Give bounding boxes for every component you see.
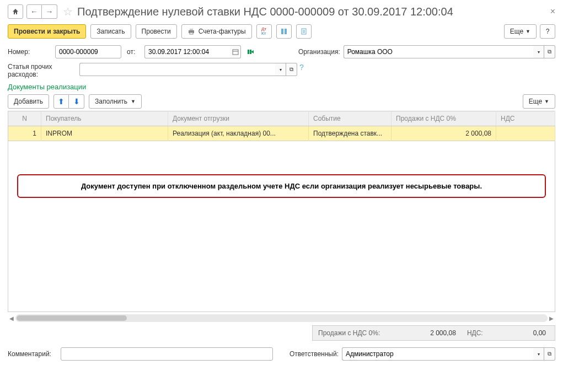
home-icon — [12, 8, 19, 15]
svg-rect-1 — [190, 29, 193, 30]
add-button[interactable]: Добавить — [8, 94, 49, 109]
printer-icon — [187, 28, 195, 35]
svg-rect-3 — [281, 29, 283, 34]
section-title: Документы реализации — [8, 83, 555, 91]
back-button[interactable]: ← — [26, 4, 42, 19]
expense-open-button[interactable]: ⧉ — [286, 63, 297, 76]
posted-icon — [246, 48, 254, 56]
invoice-button[interactable]: Счета-фактуры — [181, 24, 252, 39]
comment-label: Комментарий: — [8, 350, 57, 358]
svg-rect-9 — [233, 50, 238, 55]
cell-buyer: INPROM — [41, 126, 168, 141]
number-label: Номер: — [8, 48, 52, 56]
dtkt-button[interactable]: ДтКт — [256, 24, 272, 39]
open-icon: ⧉ — [548, 351, 551, 357]
close-icon[interactable]: × — [550, 7, 555, 17]
chevron-down-icon: ▾ — [538, 352, 540, 357]
arrow-right-icon: → — [46, 7, 53, 16]
post-button[interactable]: Провести — [136, 24, 177, 39]
col-doc[interactable]: Документ отгрузки — [168, 111, 309, 126]
form-button[interactable] — [296, 24, 312, 39]
grid-more-button[interactable]: Еще ▼ — [523, 94, 555, 109]
cell-doc: Реализация (акт, накладная) 00... — [168, 126, 309, 141]
chevron-down-icon: ▾ — [280, 67, 282, 72]
org-open-button[interactable]: ⧉ — [544, 45, 555, 58]
arrow-up-icon: ⬆ — [58, 97, 65, 106]
report-button[interactable] — [276, 24, 292, 39]
col-sales[interactable]: Продажи с НДС 0% — [392, 111, 496, 126]
totals-bar: Продажи с НДС 0%: 2 000,08 НДС: 0,00 — [312, 325, 555, 341]
help-button[interactable]: ? — [540, 24, 555, 39]
open-icon: ⧉ — [289, 66, 293, 73]
org-label: Организация: — [298, 48, 340, 56]
totals-vat-value: 0,00 — [528, 329, 551, 337]
col-vat[interactable]: НДС — [496, 111, 555, 126]
comment-input[interactable] — [61, 347, 273, 361]
totals-sales-label: Продажи с НДС 0%: — [313, 329, 385, 337]
calendar-icon — [232, 49, 239, 55]
org-dropdown-button[interactable]: ▾ — [533, 45, 544, 58]
scroll-right-icon: ▶ — [548, 315, 555, 321]
totals-sales-value: 2 000,08 — [425, 329, 462, 337]
arrow-down-icon: ⬇ — [73, 97, 80, 106]
col-event[interactable]: Событие — [309, 111, 392, 126]
cell-sales: 2 000,08 — [392, 126, 496, 141]
page-title: Подтверждение нулевой ставки НДС 0000-00… — [77, 6, 546, 18]
responsible-dropdown-button[interactable]: ▾ — [533, 347, 544, 361]
from-label: от: — [127, 48, 141, 56]
report-icon — [280, 28, 288, 35]
calendar-button[interactable] — [230, 45, 241, 58]
chevron-down-icon: ▼ — [544, 99, 549, 104]
org-input[interactable] — [344, 45, 533, 58]
move-up-button[interactable]: ⬆ — [53, 94, 69, 109]
star-icon[interactable]: ☆ — [63, 5, 73, 18]
expense-label-2: расходов: — [8, 71, 38, 78]
responsible-label: Ответственный: — [289, 350, 339, 358]
fill-button[interactable]: Заполнить ▼ — [89, 94, 142, 109]
responsible-input[interactable] — [342, 347, 533, 361]
svg-rect-2 — [190, 33, 193, 34]
form-icon — [300, 28, 308, 35]
arrow-left-icon: ← — [30, 7, 38, 16]
cell-n: 1 — [8, 126, 41, 141]
cell-event: Подтверждена ставк... — [309, 126, 392, 141]
chevron-down-icon: ▼ — [131, 99, 136, 104]
forward-button[interactable]: → — [42, 4, 57, 19]
more-button[interactable]: Еще ▼ — [504, 24, 537, 39]
scroll-left-icon: ◀ — [8, 315, 15, 321]
horizontal-scrollbar[interactable]: ◀ ▶ — [8, 314, 555, 322]
data-table: N Покупатель Документ отгрузки Событие П… — [8, 111, 555, 141]
number-input[interactable] — [55, 45, 121, 58]
callout-message: Документ доступен при отключенном раздел… — [17, 174, 546, 198]
dtkt-icon: ДтКт — [261, 27, 266, 36]
date-input[interactable] — [144, 45, 230, 58]
chevron-down-icon: ▼ — [526, 29, 530, 34]
grid-body: Документ доступен при отключенном раздел… — [8, 141, 555, 312]
chevron-down-icon: ▾ — [538, 50, 540, 55]
expense-input[interactable] — [79, 63, 275, 76]
responsible-open-button[interactable]: ⧉ — [544, 347, 555, 361]
col-n[interactable]: N — [8, 111, 41, 126]
col-buyer[interactable]: Покупатель — [41, 111, 168, 126]
post-and-close-button[interactable]: Провести и закрыть — [8, 24, 86, 39]
move-down-button[interactable]: ⬇ — [69, 94, 84, 109]
table-row[interactable]: 1 INPROM Реализация (акт, накладная) 00.… — [8, 126, 555, 141]
help-icon[interactable]: ? — [299, 63, 304, 72]
save-button[interactable]: Записать — [90, 24, 131, 39]
expense-dropdown-button[interactable]: ▾ — [275, 63, 286, 76]
open-icon: ⧉ — [548, 49, 551, 55]
svg-rect-4 — [285, 29, 287, 34]
cell-vat — [496, 126, 555, 141]
home-button[interactable] — [8, 4, 23, 19]
totals-vat-label: НДС: — [462, 329, 489, 337]
expense-label: Статья прочих — [8, 63, 52, 71]
